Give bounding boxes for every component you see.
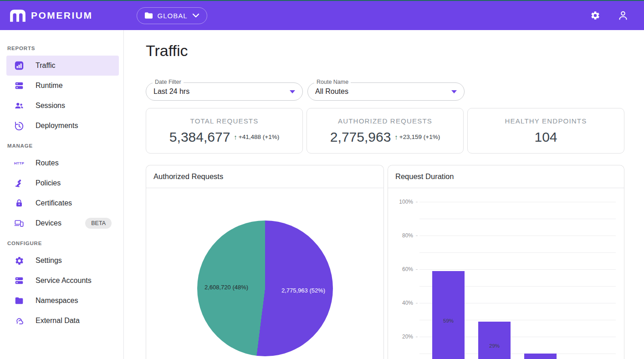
- gavel-icon: [14, 178, 25, 188]
- people-icon: [14, 101, 25, 111]
- sidebar-item-label: Settings: [36, 256, 62, 265]
- beta-badge: BETA: [85, 218, 112, 229]
- sidebar-item-external-data[interactable]: External Data: [6, 311, 119, 331]
- stats-row: TOTAL REQUESTS 5,384,677 +41,488 (+1%) A…: [146, 108, 624, 154]
- sidebar-item-label: Certificates: [36, 199, 72, 207]
- sidebar-item-namespaces[interactable]: Namespaces: [6, 291, 119, 311]
- dropdown-arrow-icon: [290, 90, 295, 93]
- settings-gear-button[interactable]: [590, 10, 600, 21]
- sidebar-item-sessions[interactable]: Sessions: [6, 96, 119, 116]
- server-stack-icon: [14, 276, 25, 286]
- brand-name: POMERIUM: [31, 10, 93, 21]
- bar-value-label: 29%: [489, 343, 500, 349]
- date-filter-label: Date Filter: [153, 79, 184, 85]
- sidebar-item-label: Routes: [36, 159, 59, 167]
- axis-tick: [416, 303, 418, 303]
- namespace-selector-label: GLOBAL: [158, 12, 188, 20]
- grid-line: [419, 236, 616, 236]
- stat-delta: +23,159 (+1%): [399, 133, 440, 140]
- grid-line: [419, 269, 616, 270]
- sidebar-item-settings[interactable]: Settings: [6, 251, 119, 271]
- main-content: Traffic Date Filter Last 24 hrs Route Na…: [124, 30, 644, 359]
- gear-icon: [590, 10, 600, 21]
- pie-slice-label: 2,608,720 (48%): [204, 284, 248, 291]
- grid-line: [419, 252, 616, 253]
- charts-row: Authorized Requests 2,608,720 (48%) 2,77…: [146, 165, 624, 359]
- grid-line: [419, 219, 616, 219]
- history-clock-icon: [14, 121, 25, 131]
- axis-tick: [416, 337, 418, 337]
- sidebar-item-label: Service Accounts: [36, 277, 92, 285]
- pomerium-logo-icon: [9, 9, 26, 22]
- sidebar-item-label: Namespaces: [36, 297, 78, 305]
- date-filter-select[interactable]: Date Filter Last 24 hrs: [146, 82, 303, 101]
- pie-chart: 2,608,720 (48%) 2,775,963 (52%): [146, 188, 383, 359]
- route-name-label: Route Name: [314, 79, 351, 85]
- axis-tick: [416, 269, 418, 270]
- sidebar-item-runtime[interactable]: Runtime: [6, 76, 119, 96]
- chart-title: Authorized Requests: [146, 165, 383, 188]
- bar: [478, 322, 511, 359]
- section-header-manage: MANAGE: [0, 143, 123, 149]
- stat-card-healthy-endpoints: HEALTHY ENDPOINTS 104: [467, 108, 624, 154]
- bar-plot: 20%40%60%80%100%59%29%10%: [388, 188, 624, 359]
- trend-up-icon: [234, 133, 237, 141]
- dropdown-arrow-icon: [451, 90, 457, 93]
- trend-up-icon: [394, 133, 398, 141]
- namespace-selector-button[interactable]: GLOBAL: [137, 7, 207, 24]
- chevron-down-icon: [192, 13, 199, 18]
- folder-icon: [14, 296, 25, 306]
- sidebar-item-label: Devices: [36, 219, 61, 227]
- stat-label: TOTAL REQUESTS: [190, 117, 259, 125]
- date-filter-value: Last 24 hrs: [153, 87, 189, 96]
- authorized-requests-chart-card: Authorized Requests 2,608,720 (48%) 2,77…: [146, 165, 384, 359]
- stat-label: AUTHORIZED REQUESTS: [338, 117, 432, 125]
- bar-value-label: 59%: [443, 318, 454, 323]
- account-button[interactable]: [618, 10, 629, 21]
- brand: POMERIUM: [9, 9, 93, 22]
- devices-icon: [14, 218, 25, 228]
- sidebar-item-policies[interactable]: Policies: [6, 173, 119, 193]
- stat-card-total-requests: TOTAL REQUESTS 5,384,677 +41,488 (+1%): [146, 108, 303, 154]
- lock-icon: [14, 198, 25, 208]
- bar: [432, 271, 465, 359]
- sidebar-item-service-accounts[interactable]: Service Accounts: [6, 271, 119, 291]
- sidebar-item-deployments[interactable]: Deployments: [6, 116, 119, 136]
- sidebar-item-traffic[interactable]: Traffic: [6, 56, 119, 76]
- sidebar-item-label: Traffic: [36, 62, 56, 70]
- gear-icon: [14, 256, 25, 266]
- http-icon: HTTP: [14, 161, 25, 165]
- sidebar-item-label: External Data: [36, 317, 80, 325]
- filter-row: Date Filter Last 24 hrs Route Name All R…: [146, 82, 624, 101]
- stat-value: 104: [534, 129, 557, 145]
- sidebar-item-label: Deployments: [36, 122, 78, 130]
- topbar: POMERIUM GLOBAL: [0, 1, 644, 30]
- chart-title: Request Duration: [388, 165, 624, 188]
- route-name-value: All Routes: [315, 87, 348, 96]
- sidebar: REPORTS Traffic Runtime Sessions Deploym…: [0, 30, 124, 359]
- traffic-chart-icon: [14, 61, 25, 71]
- axis-tick: [416, 202, 418, 202]
- sidebar-item-certificates[interactable]: Certificates: [6, 193, 119, 213]
- section-header-configure: CONFIGURE: [0, 241, 123, 246]
- pie-slice-label: 2,775,963 (52%): [281, 287, 325, 294]
- cloud-sync-icon: [14, 316, 25, 326]
- sidebar-item-label: Policies: [36, 179, 61, 187]
- server-stack-icon: [14, 81, 25, 91]
- section-header-reports: REPORTS: [0, 46, 123, 51]
- stat-label: HEALTHY ENDPOINTS: [505, 117, 587, 125]
- sidebar-item-routes[interactable]: HTTP Routes: [6, 153, 119, 173]
- folder-icon: [144, 12, 153, 19]
- stat-delta: +41,488 (+1%): [239, 133, 279, 140]
- person-icon: [618, 10, 629, 21]
- y-axis-tick-label: 80%: [395, 232, 413, 239]
- sidebar-item-label: Runtime: [36, 82, 63, 90]
- route-name-select[interactable]: Route Name All Routes: [307, 82, 465, 101]
- sidebar-item-devices[interactable]: Devices BETA: [6, 213, 119, 233]
- y-axis-tick-label: 60%: [395, 266, 413, 272]
- stat-value: 2,775,963: [330, 129, 391, 145]
- y-axis-tick-label: 20%: [395, 333, 413, 340]
- axis-tick: [416, 236, 418, 236]
- grid-line: [419, 202, 616, 202]
- request-duration-chart-card: Request Duration 20%40%60%80%100%59%29%1…: [388, 165, 624, 359]
